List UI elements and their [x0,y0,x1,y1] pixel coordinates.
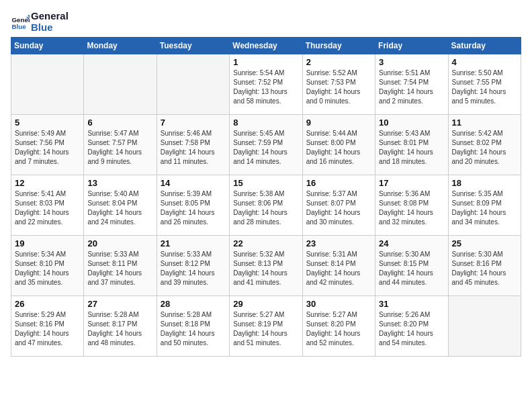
day-number: 29 [233,299,298,309]
calendar-cell: 4Sunrise: 5:50 AM Sunset: 7:55 PM Daylig… [448,54,521,115]
day-detail: Sunrise: 5:31 AM Sunset: 8:14 PM Dayligh… [306,250,371,287]
calendar-cell: 9Sunrise: 5:44 AM Sunset: 8:00 PM Daylig… [302,115,375,175]
week-row-2: 5Sunrise: 5:49 AM Sunset: 7:56 PM Daylig… [11,115,521,175]
calendar-header-row: SundayMondayTuesdayWednesdayThursdayFrid… [11,38,521,54]
calendar-cell: 29Sunrise: 5:27 AM Sunset: 8:19 PM Dayli… [230,296,302,357]
day-detail: Sunrise: 5:27 AM Sunset: 8:20 PM Dayligh… [306,310,371,348]
day-number: 22 [233,238,298,248]
calendar-cell: 19Sunrise: 5:34 AM Sunset: 8:10 PM Dayli… [11,236,84,296]
calendar-cell: 18Sunrise: 5:35 AM Sunset: 8:09 PM Dayli… [448,175,521,236]
day-number: 17 [379,178,444,188]
day-number: 2 [306,57,371,67]
day-number: 26 [15,299,80,309]
day-number: 14 [161,178,226,188]
day-detail: Sunrise: 5:50 AM Sunset: 7:55 PM Dayligh… [452,68,517,106]
day-detail: Sunrise: 5:46 AM Sunset: 7:58 PM Dayligh… [161,129,226,167]
day-number: 30 [306,299,371,309]
calendar-cell: 6Sunrise: 5:47 AM Sunset: 7:57 PM Daylig… [84,115,157,175]
svg-text:Blue: Blue [11,22,26,30]
day-detail: Sunrise: 5:30 AM Sunset: 8:15 PM Dayligh… [379,250,444,287]
calendar-cell [448,296,521,357]
day-number: 18 [452,178,517,188]
col-header-tuesday: Tuesday [157,38,229,54]
calendar-cell: 10Sunrise: 5:43 AM Sunset: 8:01 PM Dayli… [375,115,448,175]
calendar-cell [157,54,229,115]
day-number: 20 [87,238,152,248]
week-row-5: 26Sunrise: 5:29 AM Sunset: 8:16 PM Dayli… [11,296,521,357]
day-detail: Sunrise: 5:38 AM Sunset: 8:06 PM Dayligh… [233,189,298,227]
day-number: 13 [87,178,152,188]
day-detail: Sunrise: 5:52 AM Sunset: 7:53 PM Dayligh… [306,68,371,106]
day-number: 5 [15,118,80,128]
day-detail: Sunrise: 5:29 AM Sunset: 8:16 PM Dayligh… [15,310,80,348]
calendar-table: SundayMondayTuesdayWednesdayThursdayFrid… [11,37,521,357]
day-detail: Sunrise: 5:30 AM Sunset: 8:16 PM Dayligh… [452,250,517,287]
calendar-cell: 13Sunrise: 5:40 AM Sunset: 8:04 PM Dayli… [84,175,157,236]
calendar-cell: 5Sunrise: 5:49 AM Sunset: 7:56 PM Daylig… [11,115,84,175]
day-detail: Sunrise: 5:35 AM Sunset: 8:09 PM Dayligh… [452,189,517,227]
col-header-saturday: Saturday [448,38,521,54]
day-number: 10 [379,118,444,128]
calendar-cell: 15Sunrise: 5:38 AM Sunset: 8:06 PM Dayli… [230,175,302,236]
col-header-wednesday: Wednesday [230,38,302,54]
day-detail: Sunrise: 5:43 AM Sunset: 8:01 PM Dayligh… [379,129,444,167]
col-header-monday: Monday [84,38,157,54]
calendar-cell: 31Sunrise: 5:26 AM Sunset: 8:20 PM Dayli… [375,296,448,357]
day-detail: Sunrise: 5:45 AM Sunset: 7:59 PM Dayligh… [233,129,298,167]
logo: General Blue General Blue [11,11,69,33]
logo-icon: General Blue [11,13,30,32]
day-detail: Sunrise: 5:32 AM Sunset: 8:13 PM Dayligh… [233,250,298,287]
calendar-cell [84,54,157,115]
day-number: 12 [15,178,80,188]
day-number: 19 [15,238,80,248]
day-detail: Sunrise: 5:47 AM Sunset: 7:57 PM Dayligh… [87,129,152,167]
calendar-cell: 24Sunrise: 5:30 AM Sunset: 8:15 PM Dayli… [375,236,448,296]
col-header-thursday: Thursday [302,38,375,54]
calendar-cell [11,54,84,115]
day-number: 31 [379,299,444,309]
day-number: 6 [87,118,152,128]
week-row-3: 12Sunrise: 5:41 AM Sunset: 8:03 PM Dayli… [11,175,521,236]
week-row-1: 1Sunrise: 5:54 AM Sunset: 7:52 PM Daylig… [11,54,521,115]
calendar-cell: 8Sunrise: 5:45 AM Sunset: 7:59 PM Daylig… [230,115,302,175]
day-number: 28 [161,299,226,309]
day-number: 7 [161,118,226,128]
day-number: 16 [306,178,371,188]
day-number: 23 [306,238,371,248]
calendar-cell: 27Sunrise: 5:28 AM Sunset: 8:17 PM Dayli… [84,296,157,357]
day-detail: Sunrise: 5:41 AM Sunset: 8:03 PM Dayligh… [15,189,80,227]
day-detail: Sunrise: 5:49 AM Sunset: 7:56 PM Dayligh… [15,129,80,167]
calendar-cell: 26Sunrise: 5:29 AM Sunset: 8:16 PM Dayli… [11,296,84,357]
day-number: 15 [233,178,298,188]
day-detail: Sunrise: 5:54 AM Sunset: 7:52 PM Dayligh… [233,68,298,106]
day-number: 24 [379,238,444,248]
day-detail: Sunrise: 5:37 AM Sunset: 8:07 PM Dayligh… [306,189,371,227]
day-number: 8 [233,118,298,128]
day-number: 25 [452,238,517,248]
day-detail: Sunrise: 5:27 AM Sunset: 8:19 PM Dayligh… [233,310,298,348]
day-detail: Sunrise: 5:26 AM Sunset: 8:20 PM Dayligh… [379,310,444,348]
col-header-sunday: Sunday [11,38,84,54]
day-detail: Sunrise: 5:42 AM Sunset: 8:02 PM Dayligh… [452,129,517,167]
day-number: 3 [379,57,444,67]
calendar-cell: 21Sunrise: 5:33 AM Sunset: 8:12 PM Dayli… [157,236,229,296]
day-detail: Sunrise: 5:34 AM Sunset: 8:10 PM Dayligh… [15,250,80,287]
calendar-cell: 16Sunrise: 5:37 AM Sunset: 8:07 PM Dayli… [302,175,375,236]
day-number: 21 [161,238,226,248]
day-number: 4 [452,57,517,67]
day-detail: Sunrise: 5:28 AM Sunset: 8:17 PM Dayligh… [87,310,152,348]
calendar-cell: 25Sunrise: 5:30 AM Sunset: 8:16 PM Dayli… [448,236,521,296]
calendar-cell: 11Sunrise: 5:42 AM Sunset: 8:02 PM Dayli… [448,115,521,175]
day-detail: Sunrise: 5:40 AM Sunset: 8:04 PM Dayligh… [87,189,152,227]
calendar-cell: 22Sunrise: 5:32 AM Sunset: 8:13 PM Dayli… [230,236,302,296]
calendar-cell: 7Sunrise: 5:46 AM Sunset: 7:58 PM Daylig… [157,115,229,175]
day-number: 9 [306,118,371,128]
day-detail: Sunrise: 5:44 AM Sunset: 8:00 PM Dayligh… [306,129,371,167]
calendar-cell: 28Sunrise: 5:28 AM Sunset: 8:18 PM Dayli… [157,296,229,357]
calendar-cell: 3Sunrise: 5:51 AM Sunset: 7:54 PM Daylig… [375,54,448,115]
day-detail: Sunrise: 5:51 AM Sunset: 7:54 PM Dayligh… [379,68,444,106]
calendar-cell: 1Sunrise: 5:54 AM Sunset: 7:52 PM Daylig… [230,54,302,115]
day-detail: Sunrise: 5:33 AM Sunset: 8:11 PM Dayligh… [87,250,152,287]
day-detail: Sunrise: 5:28 AM Sunset: 8:18 PM Dayligh… [161,310,226,348]
week-row-4: 19Sunrise: 5:34 AM Sunset: 8:10 PM Dayli… [11,236,521,296]
